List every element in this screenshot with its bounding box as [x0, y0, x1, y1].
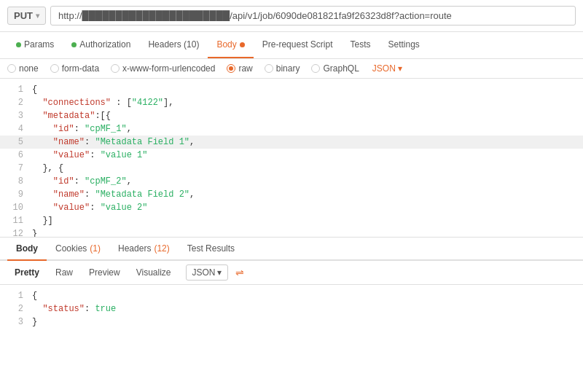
code-content: "metadata":[{ [32, 109, 577, 122]
code-content: "value": "value 2" [32, 201, 577, 214]
code-content: "name": "Metadata Field 1", [32, 136, 577, 149]
code-line-3: 3 "metadata":[{ [0, 109, 583, 122]
line-number: 7 [6, 162, 23, 175]
resp-tab-headers[interactable]: Headers (12) [109, 238, 179, 261]
resp-tab-cookies[interactable]: Cookies (1) [47, 238, 109, 261]
response-body: 1{2 "status": true3} [0, 285, 583, 346]
code-line-8: 8 "id": "cpMF_2", [0, 175, 583, 188]
request-tabs: Params Authorization Headers (10) Body P… [0, 32, 583, 59]
code-line-10: 10 "value": "value 2" [0, 201, 583, 214]
line-number: 12 [6, 227, 23, 238]
url-input[interactable] [50, 6, 576, 26]
code-content: "id": "cpMF_1", [32, 122, 577, 136]
response-tabs: Body Cookies (1) Headers (12) Test Resul… [0, 238, 583, 261]
line-number: 3 [6, 315, 23, 329]
code-content: } [32, 227, 577, 238]
resp-line-3: 3} [0, 315, 583, 329]
tab-headers[interactable]: Headers (10) [139, 32, 208, 58]
line-number: 5 [6, 136, 23, 149]
code-content: { [32, 83, 577, 96]
opt-urlencoded[interactable]: x-www-form-urlencoded [111, 63, 215, 74]
wrap-icon[interactable]: ⇌ [232, 265, 247, 280]
code-content: "value": "value 1" [32, 149, 577, 162]
code-content: "status": true [32, 302, 577, 315]
code-content: }] [32, 214, 577, 227]
body-options: none form-data x-www-form-urlencoded raw… [0, 59, 583, 79]
line-number: 10 [6, 201, 23, 214]
line-number: 1 [6, 83, 23, 96]
tab-tests[interactable]: Tests [341, 32, 379, 58]
opt-form-data[interactable]: form-data [50, 63, 99, 74]
code-line-4: 4 "id": "cpMF_1", [0, 122, 583, 136]
params-dot [16, 42, 21, 47]
resp-line-1: 1{ [0, 289, 583, 302]
authorization-dot [71, 42, 77, 47]
code-line-11: 11 }] [0, 214, 583, 227]
sub-tab-pretty[interactable]: Pretty [7, 264, 47, 281]
line-number: 11 [6, 214, 23, 227]
code-line-6: 6 "value": "value 1" [0, 149, 583, 162]
line-number: 6 [6, 149, 23, 162]
method-select[interactable]: PUT ▾ [7, 7, 46, 25]
line-number: 3 [6, 109, 23, 122]
method-arrow: ▾ [36, 12, 39, 20]
opt-raw[interactable]: raw [227, 63, 252, 74]
tab-authorization[interactable]: Authorization [63, 32, 139, 58]
code-content: "connections" : ["4122"], [32, 96, 577, 109]
line-number: 1 [6, 289, 23, 302]
json-dropdown[interactable]: JSON ▾ [372, 63, 402, 74]
json-dropdown-arrow: ▾ [398, 63, 402, 74]
tab-pre-request[interactable]: Pre-request Script [254, 32, 342, 58]
sub-tab-raw[interactable]: Raw [48, 264, 80, 281]
code-content: "id": "cpMF_2", [32, 175, 577, 188]
line-number: 9 [6, 188, 23, 201]
code-content: } [32, 315, 577, 329]
tab-settings[interactable]: Settings [380, 32, 429, 58]
url-bar: PUT ▾ [0, 0, 583, 32]
code-content: "name": "Metadata Field 2", [32, 188, 577, 201]
response-json-arrow: ▾ [217, 267, 222, 278]
sub-tab-preview[interactable]: Preview [82, 264, 128, 281]
radio-binary [265, 64, 273, 73]
resp-tab-body[interactable]: Body [7, 238, 47, 261]
tab-body[interactable]: Body [208, 32, 253, 58]
code-line-1: 1{ [0, 83, 583, 96]
opt-none[interactable]: none [7, 63, 39, 74]
sub-tab-visualize[interactable]: Visualize [129, 264, 179, 281]
line-number: 2 [6, 96, 23, 109]
tab-params[interactable]: Params [7, 32, 63, 58]
code-content: }, { [32, 162, 577, 175]
line-number: 8 [6, 175, 23, 188]
line-number: 4 [6, 122, 23, 136]
response-json-btn[interactable]: JSON ▾ [186, 264, 228, 281]
code-line-12: 12} [0, 227, 583, 238]
code-line-9: 9 "name": "Metadata Field 2", [0, 188, 583, 201]
radio-form-data [50, 64, 59, 73]
code-content: { [32, 289, 577, 302]
radio-none [7, 64, 16, 73]
code-line-5: 5 "name": "Metadata Field 1", [0, 136, 583, 149]
resp-line-2: 2 "status": true [0, 302, 583, 315]
code-line-2: 2 "connections" : ["4122"], [0, 96, 583, 109]
radio-graphql [311, 64, 320, 73]
line-number: 2 [6, 302, 23, 315]
method-label: PUT [14, 10, 33, 21]
code-line-7: 7 }, { [0, 162, 583, 175]
response-sub-tabs: Pretty Raw Preview Visualize JSON ▾ ⇌ [0, 261, 583, 285]
opt-binary[interactable]: binary [265, 63, 300, 74]
radio-raw [227, 64, 235, 73]
opt-graphql[interactable]: GraphQL [311, 63, 359, 74]
body-dot [240, 42, 245, 47]
radio-urlencoded [111, 64, 120, 73]
resp-tab-test-results[interactable]: Test Results [179, 238, 243, 261]
request-body-editor[interactable]: 1{2 "connections" : ["4122"],3 "metadata… [0, 79, 583, 238]
